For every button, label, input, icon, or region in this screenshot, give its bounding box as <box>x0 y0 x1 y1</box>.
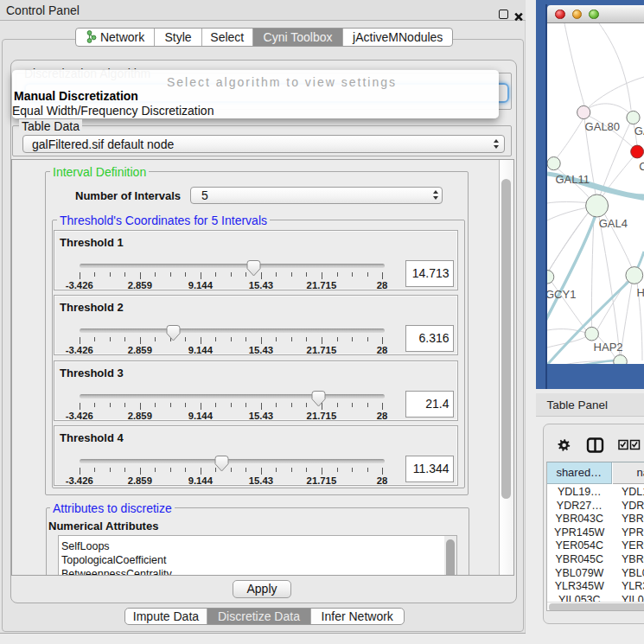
svg-text:GAL4: GAL4 <box>599 217 628 230</box>
svg-text:C: C <box>639 160 644 173</box>
svg-text:GCY1: GCY1 <box>547 288 576 301</box>
svg-text:HAP2: HAP2 <box>594 341 623 354</box>
svg-text:GAL80: GAL80 <box>585 120 620 133</box>
svg-text:H: H <box>636 286 644 299</box>
svg-text:GA: GA <box>634 124 644 137</box>
svg-text:GAL11: GAL11 <box>556 173 590 186</box>
